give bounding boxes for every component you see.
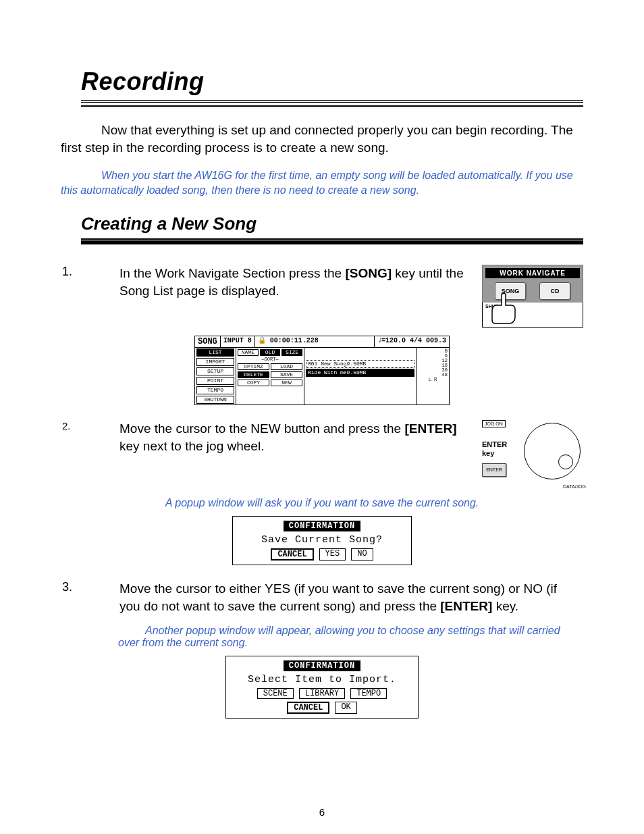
popup-note-1: A popup window will ask you if you want … <box>61 497 583 509</box>
popup-title: CONFIRMATION <box>284 660 360 671</box>
lcd-meter: 0 6 12 18 30 48 L R <box>416 348 449 405</box>
lcd-tabs: LIST IMPORT SETUP POINT TEMPO SHUTDWN <box>195 348 236 405</box>
popup-message: Save Current Song? <box>237 534 407 546</box>
lcd-btn-load[interactable]: LOAD <box>271 363 302 370</box>
popup-library-button[interactable]: LIBRARY <box>299 688 345 699</box>
popup-cancel-button[interactable]: CANCEL <box>271 548 313 561</box>
jog-caption: DATA/JOG <box>563 484 586 489</box>
title-rule <box>81 100 583 107</box>
lcd-sort-size[interactable]: SIZE <box>281 349 302 356</box>
step-2-text: Move the cursor to the NEW button and pr… <box>119 420 482 454</box>
popup-tempo-button[interactable]: TEMPO <box>350 688 387 699</box>
section-title: Creating a New Song <box>81 213 583 234</box>
enter-button[interactable]: ENTER <box>482 463 506 477</box>
lcd-btn-delete[interactable]: DELETE <box>238 371 269 378</box>
pointing-hand-icon <box>487 293 520 324</box>
popup-no-button[interactable]: NO <box>351 548 373 561</box>
note-autoload: When you start the AW16G for the first t… <box>61 168 583 197</box>
lcd-tab-shutdwn[interactable]: SHUTDWN <box>196 396 234 404</box>
lcd-song-list: 001 New Song9.50MB Ride With me9.50MB <box>304 348 416 405</box>
lcd-tab-list[interactable]: LIST <box>196 348 234 357</box>
page-title: Recording <box>81 68 583 96</box>
popup-title: CONFIRMATION <box>284 521 360 531</box>
jog-wheel-figure: JOG ON ENTERkey ENTER DATA/JOG <box>482 420 583 488</box>
lcd-sort-old[interactable]: OLD <box>260 349 281 356</box>
confirmation-popup-import: CONFIRMATION Select Item to Import. SCEN… <box>225 656 419 719</box>
step-3-number: 3. <box>61 580 119 594</box>
lcd-song-row[interactable]: Ride With me9.50MB <box>306 369 414 377</box>
step-1-text: In the Work Navigate Section press the [… <box>119 265 482 299</box>
lcd-button-area: NAME OLD SIZE —SORT— OPTIMZ LOAD DELETE … <box>236 348 304 405</box>
popup-cancel-button[interactable]: CANCEL <box>287 702 329 714</box>
step-2: 2. Move the cursor to the NEW button and… <box>61 420 583 488</box>
popup-note-2: Another popup window will appear, allowi… <box>118 625 583 649</box>
lcd-sort-label: —SORT— <box>238 357 302 362</box>
step-3-text: Move the cursor to either YES (if you wa… <box>119 580 583 615</box>
section-rule <box>81 238 583 244</box>
popup-message: Select Item to Import. <box>230 674 414 685</box>
popup-yes-button[interactable]: YES <box>319 548 346 561</box>
song-list-screen: SONG INPUT 8 🔒 00:00:11.228 ♩=120.0 4/4 … <box>194 336 450 405</box>
popup-scene-button[interactable]: SCENE <box>257 688 294 699</box>
step-3: 3. Move the cursor to either YES (if you… <box>61 580 583 615</box>
intro-paragraph: Now that everything is set up and connec… <box>61 122 583 156</box>
lcd-tab-tempo[interactable]: TEMPO <box>196 386 234 394</box>
jog-on-label: JOG ON <box>482 420 506 427</box>
lcd-btn-optimz[interactable]: OPTIMZ <box>238 363 269 370</box>
lcd-btn-save[interactable]: SAVE <box>271 371 302 378</box>
popup-ok-button[interactable]: OK <box>335 702 356 714</box>
confirmation-popup-save: CONFIRMATION Save Current Song? CANCEL Y… <box>232 516 412 565</box>
work-navigate-panel: WORK NAVIGATE SONG CD SHUT <box>482 265 583 326</box>
lcd-tab-setup[interactable]: SETUP <box>196 367 234 375</box>
enter-key-label: ENTERkey <box>482 440 507 457</box>
lcd-btn-new[interactable]: NEW <box>271 380 302 386</box>
lcd-header-time: 🔒 00:00:11.228 <box>255 336 375 347</box>
lcd-tab-import[interactable]: IMPORT <box>196 358 234 366</box>
cd-button[interactable]: CD <box>539 282 570 300</box>
step-2-number: 2. <box>61 420 119 432</box>
lcd-tab-point[interactable]: POINT <box>196 377 234 385</box>
lcd-song-row[interactable]: 001 New Song9.50MB <box>306 360 414 368</box>
lcd-header-input: INPUT 8 <box>221 336 255 347</box>
page-number: 6 <box>0 806 644 818</box>
step-1: 1. In the Work Navigate Section press th… <box>61 265 583 326</box>
jog-wheel-icon[interactable] <box>524 423 581 479</box>
step-1-number: 1. <box>61 265 119 279</box>
lcd-sort-name[interactable]: NAME <box>238 349 259 356</box>
work-navigate-label: WORK NAVIGATE <box>485 268 580 278</box>
lcd-header-tempo: ♩=120.0 4/4 009.3 <box>375 336 449 347</box>
lcd-btn-copy[interactable]: COPY <box>238 380 269 386</box>
lcd-header-song: SONG <box>195 336 221 347</box>
